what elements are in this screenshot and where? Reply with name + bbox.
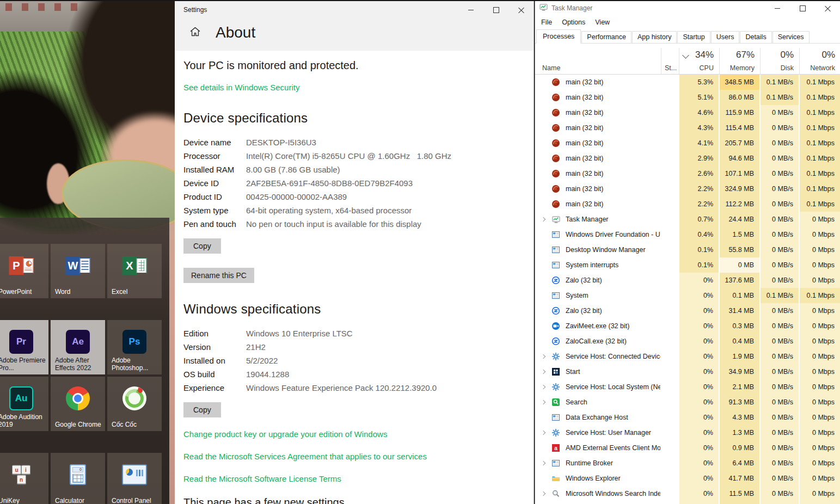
tile-unikey[interactable]: uinUniKey: [0, 453, 48, 504]
process-disk-value: 0 MB/s: [759, 242, 799, 257]
process-disk-value: 0.1 MB/s: [759, 75, 799, 90]
process-row[interactable]: main (32 bit)4.1%205.7 MB0 MB/s0.1 Mbps: [535, 136, 840, 151]
expand-chevron-icon[interactable]: [539, 355, 547, 358]
process-row[interactable]: main (32 bit)5.3%348.5 MB0.1 MB/s0.1 Mbp…: [535, 75, 840, 90]
app-red-icon: [551, 154, 560, 163]
menu-options[interactable]: Options: [557, 19, 590, 26]
process-row[interactable]: Service Host: User Manager0%1.3 MB0 MB/s…: [535, 425, 840, 440]
process-row[interactable]: Start0%34.9 MB0 MB/s0 Mbps: [535, 364, 840, 379]
task-manager-titlebar[interactable]: Task Manager: [535, 0, 840, 16]
process-row[interactable]: ZaviMeet.exe (32 bit)0%0.3 MB0 MB/s0 Mbp…: [535, 318, 840, 334]
settings-minimize-button[interactable]: [458, 0, 483, 20]
tile-adobe-audition-2019[interactable]: AuAdobe Audition 2019: [0, 377, 48, 431]
process-row[interactable]: main (32 bit)4.6%115.9 MB0 MB/s0.1 Mbps: [535, 105, 840, 120]
window-icon: [551, 245, 560, 254]
process-row[interactable]: aAMD External Events Client Mo...0%0.9 M…: [535, 440, 840, 456]
menu-view[interactable]: View: [590, 19, 615, 26]
settings-maximize-button[interactable]: [483, 0, 508, 20]
expand-chevron-icon[interactable]: [539, 370, 547, 373]
process-row[interactable]: Windows Driver Foundation - U...0.4%1.5 …: [535, 227, 840, 242]
spec-value: 2AF2BE5A-691F-4850-8DB8-0ED79B2F4093: [246, 176, 413, 190]
tab-app-history[interactable]: App history: [632, 31, 677, 43]
tile-adobe-premiere-pro[interactable]: PrAdobe Premiere Pro...: [0, 320, 48, 374]
settings-close-button[interactable]: [508, 0, 534, 20]
process-row[interactable]: main (32 bit)2.9%94.6 MB0 MB/s0.1 Mbps: [535, 151, 840, 166]
tab-details[interactable]: Details: [740, 31, 771, 43]
settings-link-change-product-key-or-upgrade-your-editi[interactable]: Change product key or upgrade your editi…: [183, 429, 534, 439]
tab-users[interactable]: Users: [711, 31, 740, 43]
windows-security-link[interactable]: See details in Windows Security: [183, 83, 299, 92]
menu-file[interactable]: File: [536, 19, 557, 26]
task-manager-window: Task Manager FileOptionsView ProcessesPe…: [535, 0, 840, 504]
task-manager-menubar: FileOptionsView: [535, 16, 840, 28]
process-row[interactable]: Service Host: Connected Device...0%1.9 M…: [535, 349, 840, 364]
process-row[interactable]: main (32 bit)5.1%86.0 MB0.1 MB/s0.1 Mbps: [535, 90, 840, 105]
settings-link-read-the-microsoft-services-agreement-th[interactable]: Read the Microsoft Services Agreement th…: [183, 452, 534, 461]
process-row[interactable]: ZaloCall.exe (32 bit)0%0.4 MB0 MB/s0 Mbp…: [535, 334, 840, 349]
column-header-memory[interactable]: Memory: [719, 64, 760, 72]
process-row[interactable]: main (32 bit)4.3%115.4 MB0 MB/s0.1 Mbps: [535, 120, 840, 136]
process-cpu-value: 2.9%: [678, 151, 719, 166]
process-cpu-value: 0%: [678, 334, 719, 349]
process-memory-value: 34.9 MB: [719, 364, 759, 379]
process-row[interactable]: Windows Explorer0%41.7 MB0 MB/s0 Mbps: [535, 471, 840, 486]
process-row[interactable]: Runtime Broker0%6.4 MB0 MB/s0 Mbps: [535, 456, 840, 471]
process-disk-value: 0 MB/s: [759, 456, 799, 471]
settings-links: Change product key or upgrade your editi…: [183, 429, 534, 483]
process-row[interactable]: Search0%91.3 MB0 MB/s0 Mbps: [535, 395, 840, 410]
tile-control-panel[interactable]: Control Panel: [107, 453, 162, 504]
expand-chevron-icon[interactable]: [539, 492, 547, 495]
expand-chevron-icon[interactable]: [539, 431, 547, 434]
process-row[interactable]: [535, 501, 840, 504]
tab-performance[interactable]: Performance: [581, 31, 631, 43]
tile-c-c-c-c[interactable]: Cốc Cốc: [107, 377, 162, 431]
settings-link-read-the-microsoft-software-license-term[interactable]: Read the Microsoft Software License Term…: [183, 474, 534, 483]
process-row[interactable]: Microsoft Windows Search Inde...0%11.5 M…: [535, 486, 840, 501]
tm-minimize-button[interactable]: [765, 0, 790, 16]
tile-excel[interactable]: XExcel: [107, 244, 162, 298]
process-row[interactable]: Zalo (32 bit)0%137.6 MB0 MB/s0 Mbps: [535, 273, 840, 288]
rename-pc-button[interactable]: Rename this PC: [183, 268, 254, 283]
process-row[interactable]: Service Host: Local System (Net...0%2.1 …: [535, 379, 840, 395]
process-row[interactable]: Zalo (32 bit)0%31.4 MB0 MB/s0 Mbps: [535, 303, 840, 318]
tile-adobe-photoshop[interactable]: PsAdobe Photoshop...: [107, 320, 162, 374]
column-header-disk[interactable]: Disk: [760, 64, 799, 72]
process-network-value: 0 Mbps: [799, 410, 840, 425]
column-header-network[interactable]: Network: [799, 64, 840, 72]
home-icon[interactable]: [189, 26, 201, 40]
copy-windows-specs-button[interactable]: Copy: [183, 402, 221, 417]
tm-maximize-button[interactable]: [790, 0, 815, 16]
tile-powerpoint[interactable]: PPowerPoint: [0, 244, 48, 298]
settings-window-title: Settings: [183, 6, 207, 14]
process-row[interactable]: main (32 bit)2.2%324.9 MB0 MB/s0.1 Mbps: [535, 181, 840, 196]
process-name: AMD External Events Client Mo...: [566, 444, 660, 452]
expand-chevron-icon[interactable]: [539, 462, 547, 465]
tab-startup[interactable]: Startup: [677, 31, 710, 43]
settings-titlebar[interactable]: Settings: [175, 0, 534, 20]
column-header-name[interactable]: Name: [542, 64, 560, 72]
expand-chevron-icon[interactable]: [539, 218, 547, 221]
tile-word[interactable]: WWord: [51, 244, 105, 298]
process-row[interactable]: System0%0.1 MB0.1 MB/s0.1 Mbps: [535, 288, 840, 303]
column-header-cpu[interactable]: CPU: [679, 64, 719, 72]
copy-device-specs-button[interactable]: Copy: [183, 238, 221, 254]
window-icon: [551, 230, 560, 239]
tile-google-chrome[interactable]: Google Chrome: [51, 377, 105, 431]
process-row[interactable]: Task Manager0.7%24.4 MB0 MB/s0 Mbps: [535, 212, 840, 227]
windows-spec-row: Version21H2: [183, 340, 534, 354]
process-row[interactable]: Desktop Window Manager0.1%55.8 MB0 MB/s0…: [535, 242, 840, 257]
process-row[interactable]: main (32 bit)2.2%112.2 MB0 MB/s0.1 Mbps: [535, 196, 840, 212]
tab-services[interactable]: Services: [772, 31, 810, 43]
tile-calculator[interactable]: 0Calculator: [51, 453, 105, 504]
tm-close-button[interactable]: [815, 0, 840, 16]
process-disk-value: 0 MB/s: [759, 364, 799, 379]
tab-processes[interactable]: Processes: [536, 29, 581, 44]
expand-chevron-icon[interactable]: [539, 401, 547, 404]
process-row[interactable]: Data Exchange Host0%4.3 MB0 MB/s0 Mbps: [535, 410, 840, 425]
expand-chevron-icon[interactable]: [539, 385, 547, 389]
tile-adobe-after-effects-2022[interactable]: AeAdobe After Effects 2022: [51, 320, 105, 374]
process-row[interactable]: System interrupts0.1%0 MB0 MB/s0 Mbps: [535, 257, 840, 273]
adobe-after-effects-2022-icon: Ae: [66, 330, 90, 354]
process-row[interactable]: main (32 bit)2.6%107.1 MB0 MB/s0.1 Mbps: [535, 166, 840, 181]
column-header-status[interactable]: St...: [665, 64, 677, 72]
